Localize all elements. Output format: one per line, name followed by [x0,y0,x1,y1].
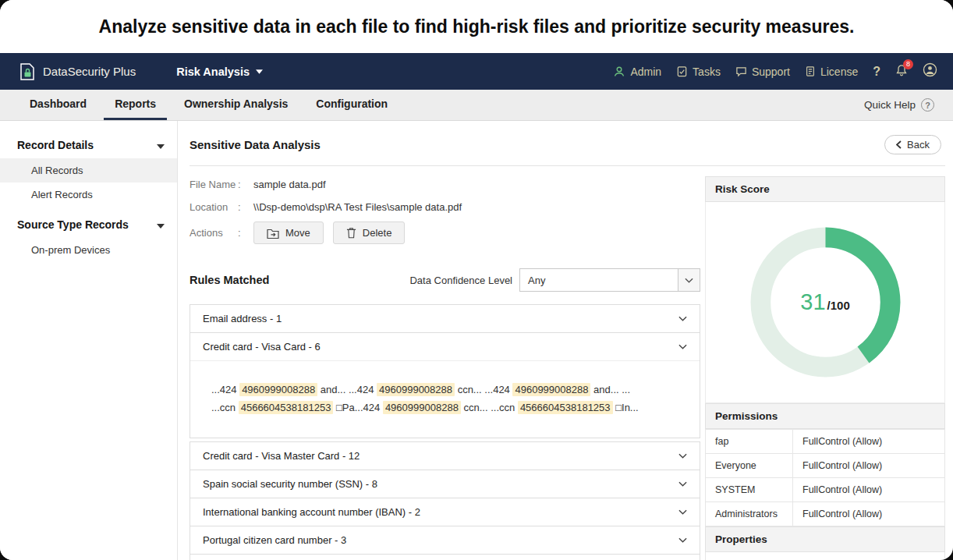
sidebar-group-header-source-type[interactable]: Source Type Records [0,211,177,238]
rule-header[interactable]: International banking account number (IB… [190,498,700,526]
rule-header[interactable]: US/UK passport number - 3 [190,555,700,560]
rule-matches-panel: ...424 4960999008288 and... ...424 49609… [190,360,700,438]
app-window: Analyze sensitive data in each file to f… [0,0,953,560]
rule-label: Credit card - Visa Card - 6 [203,341,321,353]
user-avatar-icon [923,62,937,77]
risk-score-panel: Risk Score 31 /100 [705,176,945,403]
match-context: □Pa... [333,402,363,413]
rule-label: Portugal citizen card number - 3 [203,534,346,546]
tab-configuration[interactable]: Configuration [305,90,399,120]
chevron-down-icon [678,453,687,459]
matched-value: 4960999008288 [383,401,461,414]
admin-menu[interactable]: Admin [613,66,661,78]
match-context: ...424 [211,384,239,395]
table-row: Administrators FullControl (Allow) [706,502,945,526]
move-icon [267,228,279,239]
tab-reports[interactable]: Reports [104,90,167,120]
table-row: fap FullControl (Allow) [706,430,945,454]
sidebar-item-on-prem-devices[interactable]: On-prem Devices [0,238,177,262]
rule-label: Credit card - Visa Master Card - 12 [203,450,360,462]
sidebar-item-label: All Records [31,165,83,176]
chevron-down-icon [678,537,687,543]
location-label: Location [190,201,238,213]
back-button[interactable]: Back [884,135,941,154]
sidebar-group-header-record-details[interactable]: Record Details [0,132,177,158]
matched-value: 4566604538181253 [518,401,613,414]
permission-principal: SYSTEM [706,478,793,502]
match-context: ...ccn [211,402,239,413]
match-context: ...424 [484,384,512,395]
permissions-table: fap FullControl (Allow) Everyone FullCon… [705,429,945,526]
group-label: Record Details [17,139,94,151]
rule-header[interactable]: Credit card - Visa Master Card - 12 [190,442,700,470]
notification-badge: 8 [903,59,913,69]
table-row: Everyone FullControl (Allow) [706,454,945,478]
data-confidence-select[interactable]: Any [519,268,700,292]
headline-banner: Analyze sensitive data in each file to f… [0,0,953,53]
sidebar-item-label: Alert Records [31,189,93,200]
permission-access: FullControl (Allow) [793,454,945,478]
risk-score-denominator: /100 [827,299,850,312]
delete-button[interactable]: Delete [333,222,406,244]
delete-label: Delete [363,227,392,239]
rule-item-iban: International banking account number (IB… [190,498,700,526]
risk-score-chart: 31 /100 [705,202,945,403]
tab-ownership-analysis[interactable]: Ownership Analysis [173,90,299,120]
actions-row: Actions : Move [190,222,700,244]
colon: : [238,179,253,190]
match-context: □In... [613,402,639,413]
tab-dashboard[interactable]: Dashboard [19,90,97,120]
license-menu[interactable]: License [805,66,858,78]
chevron-down-icon [678,509,687,515]
risk-score-value: 31 /100 [800,289,849,315]
match-line: ...424 4960999008288 and... ...424 49609… [211,381,686,399]
trash-icon [346,227,356,239]
colon: : [238,201,253,213]
match-context: ccn... [461,402,491,413]
match-context: and... ... [590,384,630,395]
matched-value: 4960999008288 [239,383,317,396]
rule-item-portugal-citizen-card: Portugal citizen card number - 3 [190,526,700,555]
properties-clipped-row [705,552,945,560]
rule-header[interactable]: Portugal citizen card number - 3 [190,526,700,554]
matched-value: 4960999008288 [377,383,455,396]
module-name: Risk Analysis [176,66,250,78]
sidebar-group-source-type-records: Source Type Records On-prem Devices [0,211,177,262]
match-context: ccn... [455,384,484,395]
chevron-down-icon [157,139,165,151]
quick-help-button[interactable]: Quick Help [864,90,934,120]
match-context: 424 [363,402,383,413]
page-title: Sensitive Data Analysis [190,138,321,151]
rule-item-visa-card: Credit card - Visa Card - 6 ...424 49609… [190,332,700,438]
help-icon[interactable] [873,65,880,79]
risk-score-title: Risk Score [705,176,945,202]
tab-label: Ownership Analysis [184,97,288,110]
license-icon [805,66,816,77]
support-menu[interactable]: Support [735,66,790,78]
content-area: Sensitive Data Analysis Back File Name :… [178,121,953,560]
top-bar-right: Admin Tasks Support Licen [613,62,937,80]
sidebar: Record Details All Records Alert Records… [0,121,178,560]
sidebar-item-all-records[interactable]: All Records [0,158,177,183]
rule-header[interactable]: Credit card - Visa Card - 6 [190,333,700,360]
admin-label: Admin [630,66,661,78]
module-selector[interactable]: Risk Analysis [176,66,263,78]
move-button[interactable]: Move [253,222,324,244]
tab-label: Configuration [316,97,388,110]
rule-item-us-uk-passport: US/UK passport number - 3 [190,554,700,560]
rule-label: Spain social security number (SSN) - 8 [203,478,377,490]
rule-label: International banking account number (IB… [203,506,420,518]
selected-option: Any [520,269,678,291]
admin-user-icon [613,66,625,78]
tasks-menu[interactable]: Tasks [676,66,721,78]
rule-header[interactable]: Spain social security number (SSN) - 8 [190,470,700,498]
permission-access: FullControl (Allow) [793,502,945,526]
rules-header: Rules Matched Data Confidence Level Any [190,268,700,292]
datasecurity-logo-icon [19,62,36,81]
notifications-button[interactable]: 8 [895,64,908,80]
rule-header[interactable]: Email address - 1 [190,305,700,332]
profile-button[interactable] [923,62,937,80]
app-logo[interactable]: DataSecurity Plus [19,62,136,81]
top-bar: DataSecurity Plus Risk Analysis Admin Ta… [0,53,953,90]
sidebar-item-alert-records[interactable]: Alert Records [0,183,177,207]
